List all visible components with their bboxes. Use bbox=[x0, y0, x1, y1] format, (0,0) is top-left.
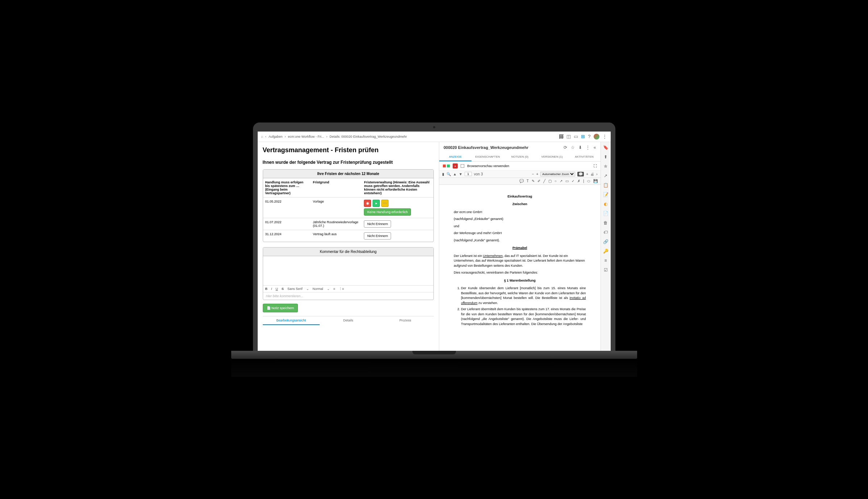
bookmark-icon[interactable]: 🔖 bbox=[603, 145, 609, 150]
tab-process[interactable]: Prozess bbox=[377, 316, 434, 325]
doc-heading: Einkaufsvertrag bbox=[454, 194, 586, 199]
tab-notes[interactable]: NOTIZEN (0) bbox=[504, 153, 536, 161]
doc-list-item: Der Kunde übersendet dem Lieferant [mona… bbox=[461, 286, 586, 305]
date-cell: 31.12.2024 bbox=[263, 230, 311, 242]
tab-activities[interactable]: AKTIVITÄTEN bbox=[568, 153, 601, 161]
comment-icon[interactable]: 💬 bbox=[577, 172, 584, 176]
stamp-icon[interactable]: ✮ bbox=[604, 164, 607, 169]
zoom-out-icon[interactable]: − bbox=[532, 172, 534, 176]
strike-icon[interactable]: S bbox=[282, 287, 284, 291]
clipboard-icon[interactable]: 📋 bbox=[603, 183, 609, 188]
grid-icon[interactable]: ⊞ bbox=[581, 134, 585, 139]
text-icon[interactable]: T bbox=[527, 179, 529, 183]
bottom-tabs: Bearbeitungsansicht Details Prozess bbox=[263, 316, 434, 325]
date-cell: 01.07.2022 bbox=[263, 218, 311, 230]
tab-display[interactable]: ANZEIGE bbox=[439, 153, 472, 161]
speech-icon[interactable]: 💬 bbox=[519, 179, 524, 183]
next-icon[interactable]: › bbox=[596, 172, 597, 176]
underline-icon[interactable]: U bbox=[276, 287, 278, 291]
bullet-icon[interactable]: ⋮≡ bbox=[339, 287, 344, 291]
upload-icon[interactable]: ⬆ bbox=[604, 154, 607, 159]
save-icon[interactable]: 💾 bbox=[593, 179, 598, 183]
toggle-icon[interactable]: ⬭ bbox=[587, 179, 590, 183]
comment-input[interactable]: Hier bitte kommentieren... bbox=[263, 292, 434, 300]
share-icon[interactable]: ↗ bbox=[604, 173, 607, 178]
prev-page-icon[interactable]: ▲ bbox=[453, 172, 457, 176]
window-icon[interactable]: ▭ bbox=[574, 134, 578, 139]
size-select[interactable]: Normal bbox=[313, 287, 323, 291]
breadcrumb-item[interactable]: Aufgaben bbox=[269, 135, 283, 138]
tag-icon[interactable]: 🏷 bbox=[603, 230, 608, 235]
more-icon[interactable]: ⋮ bbox=[586, 145, 590, 150]
not-remind-button[interactable]: Nicht Erinnern bbox=[364, 232, 391, 240]
home-icon[interactable]: ⌂ bbox=[261, 135, 263, 138]
list-icon[interactable]: ≡ bbox=[604, 258, 607, 263]
zoom-select[interactable]: Automatischer Zoom bbox=[540, 172, 575, 176]
italic-icon[interactable]: I bbox=[271, 287, 272, 291]
layout-icon[interactable]: ◫ bbox=[566, 134, 571, 139]
refresh-icon[interactable]: ⟳ bbox=[564, 145, 567, 150]
help-icon[interactable]: ? bbox=[588, 134, 590, 139]
bold-icon[interactable]: B bbox=[265, 287, 268, 291]
edit-icon[interactable]: 📝 bbox=[603, 192, 609, 197]
link-icon[interactable]: 🔗 bbox=[603, 239, 609, 244]
user-avatar[interactable] bbox=[594, 134, 599, 140]
line-icon[interactable]: ╱ bbox=[543, 179, 545, 183]
not-remind-button[interactable]: Nicht Erinnern bbox=[364, 220, 391, 228]
page-input[interactable] bbox=[465, 172, 472, 176]
star-icon[interactable]: ☆ bbox=[571, 145, 575, 150]
breadcrumb-back[interactable]: ‹ bbox=[265, 135, 266, 138]
browser-preview-checkbox[interactable] bbox=[461, 164, 464, 168]
status-green bbox=[447, 165, 450, 167]
highlight-icon[interactable]: ✐ bbox=[537, 179, 540, 183]
copy-icon[interactable]: 📄 bbox=[603, 211, 609, 216]
sidebar-toggle-icon[interactable]: ▮ bbox=[442, 172, 444, 176]
task-icon[interactable]: ☑ bbox=[604, 267, 608, 273]
doc-text: (nachfolgend „Einkäufer" genannt) bbox=[454, 217, 586, 222]
no-action-button[interactable]: Keine Handlung erforderlich bbox=[364, 208, 411, 216]
doc-text: (nachfolgend „Kunde" genannt). bbox=[454, 238, 586, 243]
tab-details[interactable]: Details bbox=[320, 316, 377, 325]
fullscreen-icon[interactable]: ⛶ bbox=[594, 164, 597, 168]
comment-title: Kommentar für die Rechtsabteilung bbox=[263, 248, 434, 256]
save-note-button[interactable]: 📄 Notiz speichern bbox=[263, 304, 298, 312]
annotation-toolbar: 💬 T ✎ ✐ ╱ ▢ ○ ↗ ▭ ✓ ✗ | ⬭ bbox=[439, 178, 601, 185]
key-icon[interactable]: 🔑 bbox=[603, 249, 609, 254]
list-icon[interactable]: ≡ bbox=[333, 287, 335, 291]
more-icon[interactable]: ⋮ bbox=[602, 134, 607, 139]
arrow-icon[interactable]: ↗ bbox=[560, 179, 562, 183]
print-icon[interactable]: 🖨 bbox=[590, 172, 594, 176]
image-icon[interactable]: ▭ bbox=[565, 179, 569, 183]
action-red-button[interactable]: ◉ bbox=[364, 200, 371, 207]
action-green-button[interactable]: ▸ bbox=[373, 200, 380, 207]
doc-list-item: Der Lieferant übermittelt dem Kunden bis… bbox=[461, 307, 586, 327]
pdf-icon: ▲ bbox=[453, 163, 458, 169]
comment-body[interactable] bbox=[263, 256, 434, 285]
zoom-in-icon[interactable]: + bbox=[536, 172, 538, 176]
rect-icon[interactable]: ▢ bbox=[548, 179, 552, 183]
doc-heading: § 1 Warenbestellung bbox=[454, 278, 586, 283]
collapse-icon[interactable]: « bbox=[594, 145, 596, 150]
pen-icon[interactable]: ✎ bbox=[532, 179, 535, 183]
next-page-icon[interactable]: ▼ bbox=[459, 172, 462, 176]
trash-icon[interactable]: 🗑 bbox=[603, 220, 608, 225]
tab-edit-view[interactable]: Bearbeitungsansicht bbox=[263, 316, 320, 325]
circle-icon[interactable]: ○ bbox=[555, 179, 557, 183]
breadcrumb-item[interactable]: Details: 000020 Einkaufsvertrag_Werkzeug… bbox=[329, 135, 407, 138]
download-icon[interactable]: ⬇ bbox=[578, 145, 582, 150]
document-body[interactable]: Einkaufsvertrag Zwischen der ecm:one Gmb… bbox=[439, 185, 601, 351]
coin-icon[interactable]: ◐ bbox=[604, 201, 607, 207]
breadcrumb-item[interactable]: ecm:one Workflow - Fri... bbox=[288, 135, 324, 138]
col-header: Handlung muss erfolgen bis spätestens zu… bbox=[263, 178, 311, 197]
page-title: Vertragsmanagement - Fristen prüfen bbox=[263, 146, 434, 154]
action-yellow-button[interactable]: ⋯ bbox=[381, 200, 389, 207]
tab-versions[interactable]: VERSIONEN (1) bbox=[536, 153, 568, 161]
check-icon[interactable]: ✓ bbox=[572, 179, 574, 183]
search-icon[interactable]: 🔍 bbox=[447, 172, 451, 176]
add-icon[interactable]: + bbox=[586, 172, 588, 176]
apps-icon[interactable] bbox=[559, 134, 564, 139]
reason-cell: Jährliche Routinewiedervorlage (01.07.) bbox=[311, 218, 362, 230]
font-select[interactable]: Sans Serif bbox=[287, 287, 303, 291]
tab-properties[interactable]: EIGENSCHAFTEN bbox=[472, 153, 504, 161]
x-icon[interactable]: ✗ bbox=[577, 179, 580, 183]
